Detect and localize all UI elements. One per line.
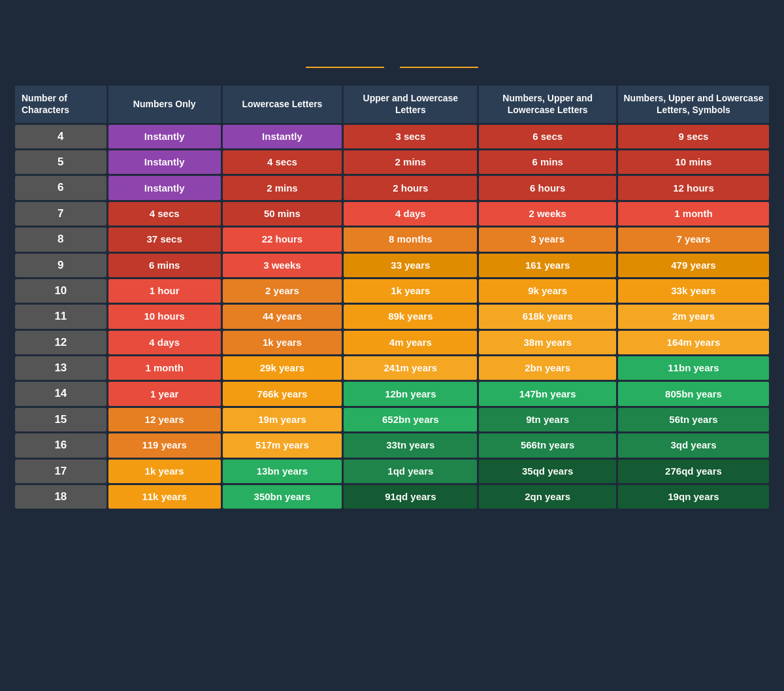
row-num-chars: 16 — [15, 433, 106, 457]
table-row: 6Instantly2 mins2 hours6 hours12 hours — [15, 176, 769, 199]
row-cell: Instantly — [108, 176, 221, 199]
row-cell: 29k years — [223, 356, 342, 380]
main-title — [13, 20, 771, 57]
row-cell: 33tn years — [344, 433, 477, 457]
row-cell: 147bn years — [479, 382, 616, 405]
col-header-num-upper-lower: Numbers, Upper and Lowercase Letters — [479, 86, 616, 122]
row-cell: 1 month — [618, 202, 769, 226]
row-cell: Instantly — [223, 125, 342, 148]
table-row: 74 secs50 mins4 days2 weeks1 month — [15, 202, 769, 226]
row-num-chars: 12 — [15, 331, 106, 354]
table-row: 1110 hours44 years89k years618k years2m … — [15, 305, 769, 328]
table-row: 124 days1k years4m years38m years164m ye… — [15, 331, 769, 354]
row-cell: 19m years — [223, 408, 342, 431]
col-header-num-only: Numbers Only — [108, 86, 221, 122]
table-row: 5Instantly4 secs2 mins6 mins10 mins — [15, 150, 769, 174]
row-cell: 38m years — [479, 331, 616, 354]
row-cell: 35qd years — [479, 460, 616, 483]
row-cell: 3qd years — [618, 433, 769, 457]
row-cell: 1 year — [108, 382, 221, 405]
row-cell: 7 years — [618, 228, 769, 251]
row-cell: 276qd years — [618, 460, 769, 483]
col-header-full: Numbers, Upper and Lowercase Letters, Sy… — [618, 86, 769, 122]
col-header-lower: Lowercase Letters — [223, 86, 342, 122]
row-cell: 479 years — [618, 254, 769, 277]
row-cell: 618k years — [479, 305, 616, 328]
table-row: 16119 years517m years33tn years566tn yea… — [15, 433, 769, 457]
row-cell: 4 secs — [108, 202, 221, 226]
row-cell: 12bn years — [344, 382, 477, 405]
subtitle-line-right — [400, 67, 478, 68]
row-num-chars: 14 — [15, 382, 106, 405]
row-cell: Instantly — [108, 125, 221, 148]
row-cell: 2 years — [223, 279, 342, 303]
row-cell: 4 days — [108, 331, 221, 354]
row-cell: 2 hours — [344, 176, 477, 199]
row-cell: 44 years — [223, 305, 342, 328]
row-num-chars: 7 — [15, 202, 106, 226]
row-cell: 566tn years — [479, 433, 616, 457]
row-cell: 1 hour — [108, 279, 221, 303]
row-cell: 6 secs — [479, 125, 616, 148]
table-row: 837 secs22 hours8 months3 years7 years — [15, 228, 769, 251]
row-cell: 2 mins — [223, 176, 342, 199]
row-cell: 9k years — [479, 279, 616, 303]
main-container: Number of Characters Numbers Only Lowerc… — [0, 0, 784, 524]
row-cell: 652bn years — [344, 408, 477, 431]
col-header-chars: Number of Characters — [15, 86, 106, 122]
row-cell: 3 secs — [344, 125, 477, 148]
row-cell: 10 hours — [108, 305, 221, 328]
row-cell: 164m years — [618, 331, 769, 354]
table-row: 141 year766k years12bn years147bn years8… — [15, 382, 769, 405]
table-row: 4InstantlyInstantly3 secs6 secs9 secs — [15, 125, 769, 148]
table-header-row: Number of Characters Numbers Only Lowerc… — [15, 86, 769, 122]
row-num-chars: 6 — [15, 176, 106, 199]
subtitle-line-left — [306, 67, 384, 68]
row-cell: 517m years — [223, 433, 342, 457]
row-cell: 1k years — [344, 279, 477, 303]
row-cell: 8 months — [344, 228, 477, 251]
row-cell: 13bn years — [223, 460, 342, 483]
row-cell: 119 years — [108, 433, 221, 457]
row-num-chars: 17 — [15, 460, 106, 483]
table-row: 1811k years350bn years91qd years2qn year… — [15, 485, 769, 509]
table-body: 4InstantlyInstantly3 secs6 secs9 secs5In… — [15, 125, 769, 509]
row-cell: 3 weeks — [223, 254, 342, 277]
row-cell: 6 mins — [479, 150, 616, 174]
row-cell: 161 years — [479, 254, 616, 277]
table-row: 1512 years19m years652bn years9tn years5… — [15, 408, 769, 431]
col-header-upper-lower: Upper and Lowercase Letters — [344, 86, 477, 122]
row-cell: 3 years — [479, 228, 616, 251]
row-cell: 2qn years — [479, 485, 616, 509]
row-cell: 22 hours — [223, 228, 342, 251]
row-cell: 350bn years — [223, 485, 342, 509]
row-cell: 9tn years — [479, 408, 616, 431]
row-cell: 6 hours — [479, 176, 616, 199]
row-cell: 6 mins — [108, 254, 221, 277]
row-num-chars: 5 — [15, 150, 106, 174]
row-cell: 91qd years — [344, 485, 477, 509]
row-num-chars: 9 — [15, 254, 106, 277]
row-num-chars: 18 — [15, 485, 106, 509]
table-row: 171k years13bn years1qd years35qd years2… — [15, 460, 769, 483]
row-cell: 56tn years — [618, 408, 769, 431]
row-cell: 33 years — [344, 254, 477, 277]
row-cell: 1k years — [108, 460, 221, 483]
row-num-chars: 4 — [15, 125, 106, 148]
subtitle-bar — [13, 67, 771, 68]
row-num-chars: 13 — [15, 356, 106, 380]
table-row: 131 month29k years241m years2bn years11b… — [15, 356, 769, 380]
row-cell: 4 secs — [223, 150, 342, 174]
row-cell: 50 mins — [223, 202, 342, 226]
row-cell: 4 days — [344, 202, 477, 226]
row-cell: 12 hours — [618, 176, 769, 199]
row-cell: 9 secs — [618, 125, 769, 148]
row-cell: 1 month — [108, 356, 221, 380]
row-cell: 10 mins — [618, 150, 769, 174]
row-num-chars: 11 — [15, 305, 106, 328]
row-cell: 89k years — [344, 305, 477, 328]
row-num-chars: 10 — [15, 279, 106, 303]
row-cell: 11bn years — [618, 356, 769, 380]
row-cell: 33k years — [618, 279, 769, 303]
row-cell: 2bn years — [479, 356, 616, 380]
